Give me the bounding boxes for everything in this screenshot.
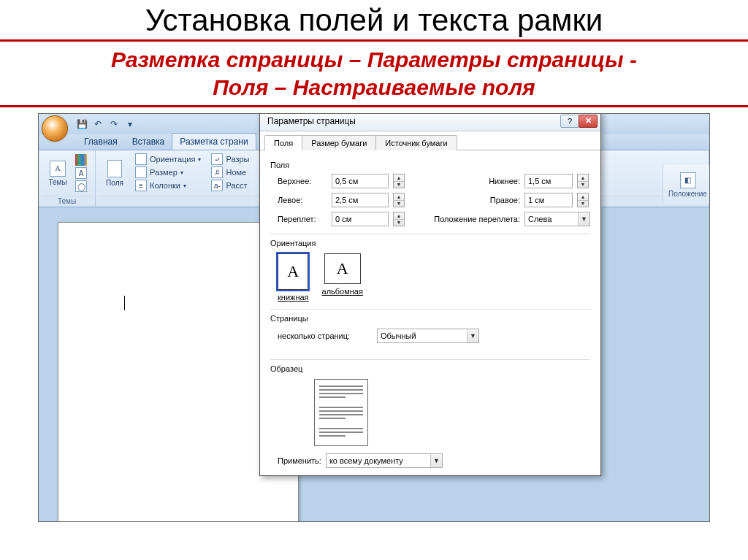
dialog-tabs: Поля Размер бумаги Источник бумаги (260, 131, 600, 150)
word-window: 💾 ↶ ↷ ▾ Главная Вставка Разметка страни … (38, 113, 710, 522)
breaks-label: Разры (226, 155, 249, 164)
close-button[interactable]: ✕ (579, 115, 598, 128)
divider (270, 359, 590, 360)
dialog-title: Параметры страницы (267, 116, 356, 126)
position-label: Положение (668, 190, 707, 198)
dialog-tab-fields[interactable]: Поля (264, 135, 302, 150)
size-label: Размер (150, 168, 178, 177)
themes-icon: A (50, 161, 66, 177)
spinner-gutter[interactable]: ▲▼ (393, 212, 405, 226)
redo-icon[interactable]: ↷ (107, 118, 121, 131)
columns-button[interactable]: ≡ Колонки▾ (135, 180, 201, 191)
divider-bottom (0, 105, 748, 107)
dialog-tab-source[interactable]: Источник бумаги (375, 135, 457, 150)
section-pages-label: Страницы (270, 314, 590, 323)
hyphenation-label: Расст (226, 181, 247, 190)
input-bottom[interactable]: 1,5 см (524, 174, 573, 188)
input-gutter[interactable]: 0 см (332, 212, 389, 226)
theme-fonts-icon[interactable]: A (75, 167, 87, 179)
label-gutter: Переплет: (278, 215, 327, 223)
landscape-icon: A (324, 253, 361, 284)
chevron-down-icon: ▼ (578, 212, 589, 226)
dropdown-multi-pages[interactable]: Обычный▼ (377, 329, 479, 343)
qat-dropdown-icon[interactable]: ▾ (123, 118, 137, 131)
dropdown-apply-to[interactable]: ко всему документу▼ (326, 453, 443, 468)
spinner-top[interactable]: ▲▼ (393, 174, 405, 188)
position-icon: ◧ (680, 172, 696, 188)
section-fields-label: Поля (270, 161, 590, 169)
section-preview-label: Образец (270, 364, 590, 373)
line-numbers-button[interactable]: #Номе (211, 166, 249, 178)
help-button[interactable]: ? (560, 115, 579, 128)
tab-page-layout[interactable]: Разметка страни (172, 133, 256, 150)
label-top: Верхнее: (278, 177, 327, 185)
orientation-landscape[interactable]: A альбомная (322, 253, 363, 302)
save-icon[interactable]: 💾 (75, 118, 88, 131)
ribbon-group-themes: A Темы A ◯ Темы (39, 150, 96, 207)
chevron-down-icon: ▼ (467, 329, 478, 342)
size-button[interactable]: Размер▾ (135, 166, 201, 178)
tab-home[interactable]: Главная (77, 134, 125, 150)
dialog-tab-paper[interactable]: Размер бумаги (302, 135, 376, 150)
theme-colors-icon[interactable] (75, 154, 87, 166)
gutter-pos-value: Слева (528, 215, 552, 223)
themes-button[interactable]: A Темы (43, 153, 72, 193)
page-setup-dialog: Параметры страницы ? ✕ Поля Размер бумаг… (259, 113, 601, 476)
subtitle-line-2: Поля – Настраиваемые поля (213, 75, 535, 99)
input-left[interactable]: 2,5 см (332, 193, 389, 207)
size-icon (135, 166, 147, 178)
hyphenation-button[interactable]: a-Расст (211, 180, 249, 191)
section-orientation-label: Ориентация (270, 239, 590, 248)
breaks-button[interactable]: ⤶Разры (211, 153, 249, 165)
margins-icon (107, 160, 122, 177)
label-multi-pages: несколько страниц: (278, 331, 373, 340)
input-right[interactable]: 1 см (524, 193, 573, 207)
subtitle-line-1: Разметка страницы – Параметры страницы - (111, 47, 637, 72)
spinner-bottom[interactable]: ▲▼ (577, 174, 589, 188)
multi-pages-value: Обычный (381, 331, 416, 340)
columns-label: Колонки (150, 181, 180, 190)
position-button[interactable]: ◧ Положение (663, 165, 710, 204)
spinner-left[interactable]: ▲▼ (393, 193, 405, 207)
label-apply-to: Применить: (278, 456, 321, 465)
portrait-label: книжная (278, 293, 309, 302)
orientation-label: Ориентация (150, 155, 195, 164)
divider (270, 234, 590, 234)
themes-group-label: Темы (43, 196, 91, 205)
landscape-label: альбомная (322, 287, 363, 296)
breaks-icon: ⤶ (211, 153, 223, 165)
line-numbers-icon: # (211, 166, 223, 178)
themes-label: Темы (48, 178, 66, 186)
chevron-down-icon: ▼ (430, 454, 442, 467)
label-right: Правое: (411, 196, 520, 204)
dialog-titlebar[interactable]: Параметры страницы ? ✕ (260, 113, 600, 131)
theme-effects-icon[interactable]: ◯ (75, 180, 87, 192)
orientation-icon (135, 153, 147, 165)
orientation-button[interactable]: Ориентация▾ (135, 153, 201, 165)
divider (270, 309, 590, 310)
hyphenation-icon: a- (211, 180, 223, 191)
portrait-icon: A (278, 253, 308, 290)
dialog-body: Поля Верхнее: 0,5 см ▲▼ Нижнее: 1,5 см ▲… (260, 150, 600, 475)
office-button[interactable] (42, 115, 68, 142)
margins-button[interactable]: Поля (100, 153, 129, 193)
label-gutter-pos: Положение переплета: (411, 215, 520, 223)
spinner-right[interactable]: ▲▼ (577, 193, 589, 207)
margins-label: Поля (106, 179, 123, 187)
tab-insert[interactable]: Вставка (125, 134, 172, 150)
text-cursor (124, 296, 125, 310)
input-top[interactable]: 0,5 см (332, 174, 389, 188)
slide-title: Установка полей и текста рамки (0, 0, 748, 39)
preview-box (314, 379, 368, 446)
label-left: Левое: (278, 196, 327, 204)
slide-subtitle: Разметка страницы – Параметры страницы -… (0, 42, 748, 105)
columns-icon: ≡ (135, 180, 147, 191)
dropdown-gutter-pos[interactable]: Слева▼ (524, 212, 590, 226)
label-bottom: Нижнее: (411, 177, 520, 185)
line-numbers-label: Номе (226, 168, 246, 177)
undo-icon[interactable]: ↶ (91, 118, 104, 131)
apply-to-value: ко всему документу (329, 456, 403, 465)
orientation-portrait[interactable]: A книжная (278, 253, 309, 302)
